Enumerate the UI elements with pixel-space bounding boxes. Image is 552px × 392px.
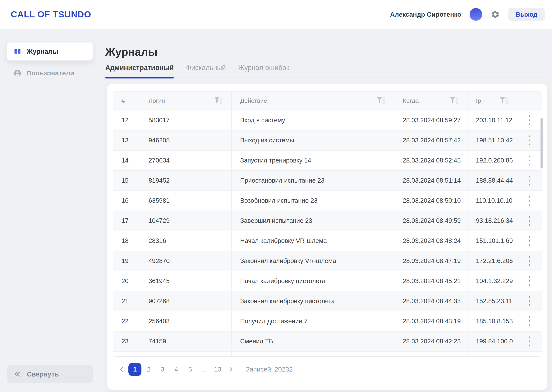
- row-menu-kebab-icon[interactable]: [526, 315, 533, 327]
- table-row[interactable]: 13 946205 Выход из системы 28.03.2024 08…: [113, 130, 542, 150]
- user-circle-icon: [14, 69, 22, 77]
- cell-menu: [517, 211, 542, 231]
- filter-icon[interactable]: [450, 97, 459, 104]
- cell-login: 819452: [140, 171, 232, 191]
- page-button[interactable]: 2: [142, 363, 156, 376]
- column-header-num: #: [113, 91, 140, 110]
- prev-page-button[interactable]: [115, 363, 128, 376]
- cell-menu: [517, 271, 542, 291]
- cell-action: Закончил калибровку VR-шлема: [232, 251, 394, 271]
- cell-when: 28.03.2024 08:43:19: [394, 311, 467, 331]
- column-header-action: Действие: [232, 91, 394, 110]
- cell-menu: [517, 231, 542, 251]
- cell-ip: 199.84.100.0: [467, 331, 517, 351]
- row-menu-kebab-icon[interactable]: [526, 255, 533, 267]
- cell-ip: 151.101.1.69: [467, 231, 517, 251]
- next-page-button[interactable]: [225, 363, 237, 376]
- table-row[interactable]: 22 256403 Получил достижение 7 28.03.202…: [113, 311, 542, 331]
- cell-ip: 172.21.6.206: [467, 251, 517, 271]
- cell-login: 104729: [140, 211, 232, 231]
- row-menu-kebab-icon[interactable]: [526, 114, 533, 126]
- cell-ip: 110.10.10.10: [467, 191, 517, 211]
- table-row[interactable]: 18 28316 Начал калибровку VR-шлема 28.03…: [113, 231, 542, 251]
- cell-when: 28.03.2024 08:48:24: [394, 231, 467, 251]
- cell-when: 28.03.2024 08:59:27: [394, 110, 467, 130]
- row-menu-kebab-icon[interactable]: [526, 295, 533, 307]
- cell-num: 15: [113, 171, 140, 191]
- gear-icon: [491, 10, 500, 19]
- filter-icon[interactable]: [377, 97, 385, 104]
- collapse-sidebar-button[interactable]: Свернуть: [7, 365, 93, 383]
- chevron-left-icon: [119, 366, 125, 372]
- tab-administrative[interactable]: Административный: [105, 64, 174, 77]
- cell-num: 20: [113, 271, 140, 291]
- cell-menu: [517, 150, 542, 171]
- column-header-ip: Ip: [467, 91, 517, 110]
- tab-bar: Административный Фискальный Журнал ошибо…: [105, 64, 547, 78]
- cell-menu: [517, 191, 542, 211]
- page-title: Журналы: [105, 46, 552, 58]
- page-button[interactable]: 13: [211, 363, 225, 376]
- cell-action: Начал калибровку пистолета: [232, 271, 394, 291]
- partial-next-row: [113, 351, 542, 357]
- tab-fiscal[interactable]: Фискальный: [186, 64, 226, 77]
- collapse-label: Свернуть: [27, 370, 59, 378]
- table-header: # Логин Действие: [113, 91, 542, 110]
- row-menu-kebab-icon[interactable]: [526, 175, 533, 187]
- table-card: # Логин Действие: [107, 84, 547, 390]
- column-header-menu: [517, 91, 542, 110]
- filter-icon[interactable]: [214, 97, 223, 104]
- page-button[interactable]: 3: [156, 363, 169, 376]
- row-menu-kebab-icon[interactable]: [526, 195, 533, 207]
- cell-menu: [517, 130, 542, 150]
- table-row[interactable]: 21 907268 Закончил калибровку пистолета …: [113, 291, 542, 311]
- page-button[interactable]: 1: [128, 363, 141, 376]
- table-row[interactable]: 12 583017 Вход в систему 28.03.2024 08:5…: [113, 110, 542, 130]
- cell-when: 28.03.2024 08:51:14: [394, 171, 467, 191]
- row-menu-kebab-icon[interactable]: [526, 235, 533, 247]
- chevron-right-icon: [228, 366, 234, 372]
- table-row[interactable]: 15 819452 Приостановил испытание 23 28.0…: [113, 171, 542, 191]
- page-button[interactable]: 4: [169, 363, 183, 376]
- table-row[interactable]: 17 104729 Завершил испытание 23 28.03.20…: [113, 211, 542, 231]
- table-row[interactable]: 20 361945 Начал калибровку пистолета 28.…: [113, 271, 542, 291]
- tab-error-journal[interactable]: Журнал ошибок: [238, 64, 289, 77]
- cell-menu: [517, 251, 542, 271]
- cell-num: 18: [113, 231, 140, 251]
- row-menu-kebab-icon[interactable]: [526, 335, 533, 347]
- cell-when: 28.03.2024 08:50:10: [394, 191, 467, 211]
- cell-when: 28.03.2024 08:47:19: [394, 251, 467, 271]
- row-menu-kebab-icon[interactable]: [526, 134, 533, 147]
- logout-button[interactable]: Выход: [508, 8, 545, 21]
- settings-button[interactable]: [491, 10, 500, 19]
- cell-when: 28.03.2024 08:49:59: [394, 211, 467, 231]
- table-body: 12 583017 Вход в систему 28.03.2024 08:5…: [113, 110, 542, 351]
- cell-ip: 198.51.10.42: [467, 130, 517, 150]
- row-menu-kebab-icon[interactable]: [526, 215, 533, 227]
- cell-action: Сменил ТБ: [232, 331, 394, 351]
- table-scrollbar-thumb[interactable]: [540, 118, 543, 168]
- page-buttons: 12345...13: [128, 363, 225, 376]
- sidebar-item-journals[interactable]: Журналы: [7, 42, 93, 61]
- sidebar-item-label: Пользователи: [27, 69, 74, 77]
- user-avatar: [470, 8, 482, 21]
- table-row[interactable]: 19 492870 Закончил калибровку VR-шлема 2…: [113, 251, 542, 271]
- cell-when: 28.03.2024 08:52:45: [394, 150, 467, 171]
- filter-icon[interactable]: [500, 97, 508, 104]
- cell-action: Получил достижение 7: [232, 311, 394, 331]
- row-menu-kebab-icon[interactable]: [526, 275, 533, 287]
- cell-login: 28316: [140, 231, 232, 251]
- cell-when: 28.03.2024 08:45:21: [394, 271, 467, 291]
- main-content: Журналы Административный Фискальный Журн…: [100, 29, 552, 392]
- cell-ip: 192.0.200.86: [467, 150, 517, 171]
- table-row[interactable]: 16 635981 Возобновил испытание 23 28.03.…: [113, 191, 542, 211]
- cell-action: Приостановил испытание 23: [232, 171, 394, 191]
- table-row[interactable]: 23 74159 Сменил ТБ 28.03.2024 08:42:23 1…: [113, 331, 542, 351]
- cell-menu: [517, 171, 542, 191]
- page-button[interactable]: 5: [183, 363, 197, 376]
- sidebar-item-users[interactable]: Пользователи: [7, 65, 93, 81]
- cell-action: Начал калибровку VR-шлема: [232, 231, 394, 251]
- table-row[interactable]: 14 270634 Запустил тренировку 14 28.03.2…: [113, 150, 542, 171]
- cell-when: 28.03.2024 08:57:42: [394, 130, 467, 150]
- row-menu-kebab-icon[interactable]: [526, 154, 533, 167]
